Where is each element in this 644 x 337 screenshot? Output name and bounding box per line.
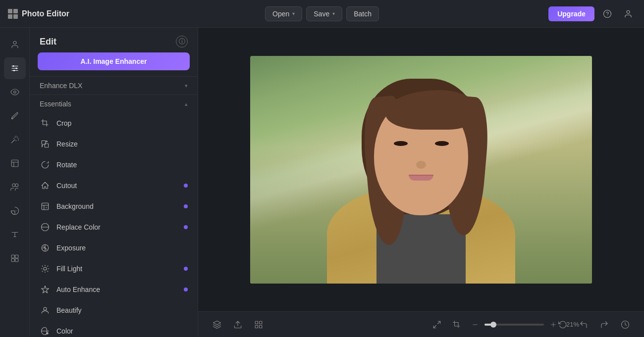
sidebar-item-group[interactable] [4,176,26,198]
photo-canvas[interactable] [250,56,592,284]
background-icon [40,201,51,212]
zoom-in-button[interactable] [546,317,561,332]
layers-button[interactable] [208,316,226,334]
svg-point-11 [12,184,15,187]
crop-tool-icon [452,320,461,329]
section-enhance-dlx-label: Enhance DLX [40,82,82,90]
crop-tool-button[interactable] [448,316,466,334]
replace-color-label: Replace Color [56,223,101,231]
help-button[interactable] [599,6,615,22]
svg-line-30 [438,321,440,324]
section-essentials-label: Essentials [40,100,71,108]
svg-point-6 [12,65,14,67]
color-icon [40,326,51,337]
fill-light-dot [184,267,188,271]
background-dot [184,204,188,208]
zoom-slider[interactable] [484,324,544,326]
svg-rect-16 [15,259,18,262]
ai-enhancer-button[interactable]: A.I. Image Enhancer [38,52,190,70]
tool-beautify[interactable]: Beautify [30,300,198,321]
crop-label: Crop [56,119,71,127]
person-icon [10,40,19,49]
svg-rect-19 [42,203,49,210]
info-button[interactable]: ⓘ [176,36,188,48]
topbar-center-actions: Open ▾ Save ▾ Batch [265,6,379,21]
user-icon [624,9,633,18]
tool-resize[interactable]: Resize [30,134,198,154]
svg-line-31 [433,325,436,328]
brush-icon [10,111,19,120]
history-button[interactable] [616,316,634,334]
minus-icon [472,321,479,328]
question-icon [603,9,612,18]
zoom-out-button[interactable] [468,317,483,332]
cutout-icon [40,180,51,191]
tools-panel-header: Edit ⓘ [30,28,198,52]
svg-rect-15 [11,259,14,262]
sidebar-item-brush[interactable] [4,105,26,127]
tool-cutout[interactable]: Cutout [30,175,198,196]
redo-button[interactable] [595,316,613,334]
eye-icon [10,88,19,96]
cutout-label: Cutout [56,182,77,190]
svg-point-22 [44,307,47,310]
beautify-icon [40,305,51,316]
export-button[interactable] [229,316,247,334]
save-chevron: ▾ [332,11,335,16]
cutout-dot [184,184,188,188]
sidebar-item-sliders[interactable] [4,57,26,79]
magic-wand-icon [10,135,19,144]
save-button[interactable]: Save ▾ [306,6,342,21]
grid-view-button[interactable] [250,316,268,334]
topbar-right-actions: Upgrade [548,6,636,22]
open-button[interactable]: Open ▾ [265,6,302,21]
enhance-dlx-chevron: ▾ [185,83,188,89]
app-title: Photo Editor [22,9,69,18]
svg-point-23 [46,332,49,335]
bottom-left-tools [208,316,268,334]
fullscreen-button[interactable] [428,316,446,334]
user-button[interactable] [620,6,636,22]
beautify-label: Beautify [56,306,82,314]
tool-fill-light[interactable]: Fill Light [30,258,198,279]
section-essentials[interactable]: Essentials ▴ [30,95,198,113]
svg-point-1 [627,10,630,13]
tool-rotate[interactable]: Rotate [30,154,198,175]
tool-exposure[interactable]: Exposure [30,238,198,258]
batch-button[interactable]: Batch [346,6,379,21]
sidebar-item-layout[interactable] [4,152,26,174]
sidebar-item-text[interactable] [4,224,26,245]
svg-rect-10 [11,160,18,167]
logo-icon [8,9,18,19]
tool-replace-color[interactable]: Replace Color [30,217,198,238]
sidebar-item-widget[interactable] [4,247,26,269]
sidebar-item-magic[interactable] [4,129,26,150]
open-label: Open [272,10,289,18]
sliders-icon [10,64,19,73]
rotate-label: Rotate [56,161,77,169]
exposure-label: Exposure [56,244,86,252]
group-icon [10,183,19,192]
svg-point-2 [13,41,16,44]
export-icon [233,320,242,329]
svg-marker-24 [214,321,221,325]
upgrade-button[interactable]: Upgrade [548,6,594,21]
tool-auto-enhance[interactable]: Auto Enhance [30,279,198,300]
history-icon [621,320,630,329]
tool-color[interactable]: Color [30,321,198,337]
svg-point-7 [15,68,17,69]
sidebar-item-eye[interactable] [4,81,26,103]
background-label: Background [56,202,94,210]
icon-sidebar [0,28,30,337]
redo-icon [600,320,609,329]
tool-crop[interactable]: Crop [30,113,198,134]
sidebar-item-person[interactable] [4,34,26,55]
bottom-bar: 21% [198,311,644,337]
tool-background[interactable]: Background [30,196,198,217]
svg-rect-13 [11,255,14,258]
sidebar-item-sticker[interactable] [4,200,26,222]
svg-rect-28 [255,325,258,328]
section-enhance-dlx[interactable]: Enhance DLX ▾ [30,76,198,95]
color-label: Color [56,327,73,335]
grid-view-icon [254,320,263,329]
